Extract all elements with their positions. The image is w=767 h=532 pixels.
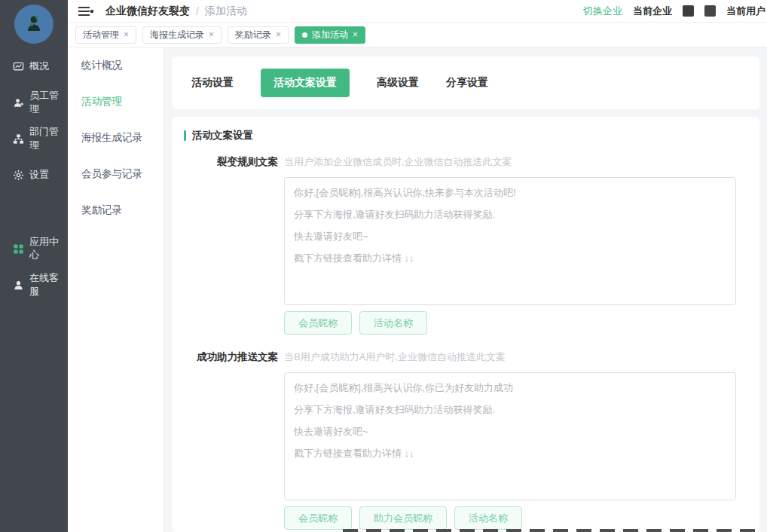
settings-tabs-card: 活动设置 活动文案设置 高级设置 分享设置 xyxy=(172,57,759,109)
breadcrumb: 企业微信好友裂变 / 添加活动 xyxy=(105,5,247,18)
page-tab-add-activity[interactable]: 添加活动 × xyxy=(295,26,365,44)
section-accent-bar xyxy=(184,130,186,141)
field-label: 裂变规则文案 xyxy=(184,154,284,335)
sidebar-item-label: 在线客服 xyxy=(29,271,68,298)
employees-icon xyxy=(12,96,24,109)
submenu-item-member-participation[interactable]: 会员参与记录 xyxy=(68,156,163,192)
fission-rule-copy-textarea[interactable]: 你好,[会员昵称],很高兴认识你,快来参与本次活动吧! 分享下方海报,邀请好友扫… xyxy=(284,177,736,305)
page-tab-label: 添加活动 xyxy=(312,29,348,41)
submenu-item-label: 会员参与记录 xyxy=(81,167,142,181)
support-icon xyxy=(12,279,24,291)
opened-pages-tabstrip: 活动管理 × 海报生成记录 × 奖励记录 × 添加活动 × xyxy=(68,23,767,47)
tab-advanced-settings[interactable]: 高级设置 xyxy=(377,76,419,90)
submenu-item-stats-overview[interactable]: 统计概况 xyxy=(68,47,163,84)
company-logo-thumb xyxy=(683,5,694,17)
clipped-next-row-edge xyxy=(343,529,762,532)
switch-company-link[interactable]: 切换企业 xyxy=(583,5,622,18)
tab-share-settings[interactable]: 分享设置 xyxy=(446,76,488,90)
submenu-item-poster-records[interactable]: 海报生成记录 xyxy=(68,120,163,156)
top-header: 企业微信好友裂变 / 添加活动 切换企业 当前企业 当前用户 xyxy=(68,0,767,23)
submenu-item-activity-management[interactable]: 活动管理 xyxy=(68,84,163,120)
page-tab-activity-management[interactable]: 活动管理 × xyxy=(75,26,136,44)
submenu-item-label: 活动管理 xyxy=(81,95,122,109)
section-title: 活动文案设置 xyxy=(192,129,253,142)
submenu-item-reward-records[interactable]: 奖励记录 xyxy=(68,192,163,228)
current-company-label: 当前企业 xyxy=(633,5,672,18)
logo-area[interactable] xyxy=(0,0,68,48)
submenu-item-label: 海报生成记录 xyxy=(81,131,142,145)
page-tab-reward-records[interactable]: 奖励记录 × xyxy=(228,26,289,44)
submenu-item-label: 奖励记录 xyxy=(81,203,122,217)
settings-icon xyxy=(12,169,24,181)
sidebar-item-label: 员工管理 xyxy=(29,89,68,116)
header-actions: 切换企业 当前企业 当前用户 xyxy=(583,5,767,18)
insert-activity-name-button[interactable]: 活动名称 xyxy=(454,506,522,530)
company-avatar xyxy=(14,5,53,44)
primary-nav: 概况 员工管理 部门管理 设置 xyxy=(0,48,68,303)
active-tab-dot-icon xyxy=(302,32,307,38)
sidebar-item-departments[interactable]: 部门管理 xyxy=(0,121,68,157)
collapse-menu-icon[interactable] xyxy=(78,6,93,17)
avatar-figure-icon xyxy=(23,13,45,35)
copywriting-form-card: 活动文案设置 裂变规则文案 当用户添加企业微信成员时,企业微信自动推送此文案 你… xyxy=(172,117,759,532)
breadcrumb-current-page: 添加活动 xyxy=(205,5,247,18)
close-icon[interactable]: × xyxy=(124,30,129,39)
section-header: 活动文案设置 xyxy=(184,129,747,142)
sidebar-item-employees[interactable]: 员工管理 xyxy=(0,84,68,121)
field-hint: 当用户添加企业微信成员时,企业微信自动推送此文案 xyxy=(284,154,742,170)
primary-sidebar: 概况 员工管理 部门管理 设置 xyxy=(0,0,68,532)
close-icon[interactable]: × xyxy=(276,30,281,39)
breadcrumb-app-title: 企业微信好友裂变 xyxy=(105,5,190,18)
sidebar-item-label: 部门管理 xyxy=(29,125,68,152)
insert-tag-buttons: 会员昵称 助力会员昵称 活动名称 xyxy=(284,506,742,530)
sidebar-item-overview[interactable]: 概况 xyxy=(0,48,68,84)
page-tab-poster-records[interactable]: 海报生成记录 × xyxy=(142,26,222,44)
apps-icon xyxy=(12,243,24,255)
sidebar-item-label: 概况 xyxy=(29,60,49,73)
company-logo-thumb-2 xyxy=(704,5,716,17)
departments-icon xyxy=(12,133,24,145)
insert-assist-member-nickname-button[interactable]: 助力会员昵称 xyxy=(359,506,447,530)
sidebar-spacer xyxy=(0,193,68,231)
sidebar-item-support[interactable]: 在线客服 xyxy=(0,267,68,303)
submenu-item-label: 统计概况 xyxy=(81,59,122,72)
page-tab-label: 活动管理 xyxy=(83,29,119,41)
dashboard-icon xyxy=(12,60,24,72)
close-icon[interactable]: × xyxy=(209,30,214,39)
app-window: 概况 员工管理 部门管理 设置 xyxy=(0,0,767,532)
secondary-sidebar: 统计概况 活动管理 海报生成记录 会员参与记录 奖励记录 xyxy=(68,47,164,532)
page-tab-label: 海报生成记录 xyxy=(150,29,204,41)
sidebar-item-label: 应用中心 xyxy=(29,235,68,262)
field-label: 成功助力推送文案 xyxy=(184,350,284,530)
breadcrumb-separator: / xyxy=(196,5,199,17)
sidebar-item-app-center[interactable]: 应用中心 xyxy=(0,231,68,267)
insert-member-nickname-button[interactable]: 会员昵称 xyxy=(284,311,352,335)
tab-activity-settings[interactable]: 活动设置 xyxy=(191,76,234,90)
tab-copywriting-settings[interactable]: 活动文案设置 xyxy=(261,69,350,97)
close-icon[interactable]: × xyxy=(353,30,358,39)
current-user-label: 当前用户 xyxy=(726,5,765,18)
page-tab-label: 奖励记录 xyxy=(235,29,271,41)
content-area: 活动设置 活动文案设置 高级设置 分享设置 活动文案设置 裂变规则文案 xyxy=(164,47,767,532)
sidebar-item-settings[interactable]: 设置 xyxy=(0,157,68,193)
insert-member-nickname-button[interactable]: 会员昵称 xyxy=(284,506,352,530)
sidebar-item-label: 设置 xyxy=(29,168,49,182)
insert-activity-name-button[interactable]: 活动名称 xyxy=(359,311,427,335)
field-hint: 当B用户成功助力A用户时,企业微信自动推送此文案 xyxy=(284,350,742,365)
field-fission-rule-copy: 裂变规则文案 当用户添加企业微信成员时,企业微信自动推送此文案 你好,[会员昵称… xyxy=(184,154,747,335)
assist-success-copy-textarea[interactable]: 你好,[会员昵称],很高兴认识你,你已为好友助力成功 分享下方海报,邀请好友扫码… xyxy=(284,372,736,500)
field-assist-success-copy: 成功助力推送文案 当B用户成功助力A用户时,企业微信自动推送此文案 你好,[会员… xyxy=(184,350,747,530)
insert-tag-buttons: 会员昵称 活动名称 xyxy=(284,311,742,335)
